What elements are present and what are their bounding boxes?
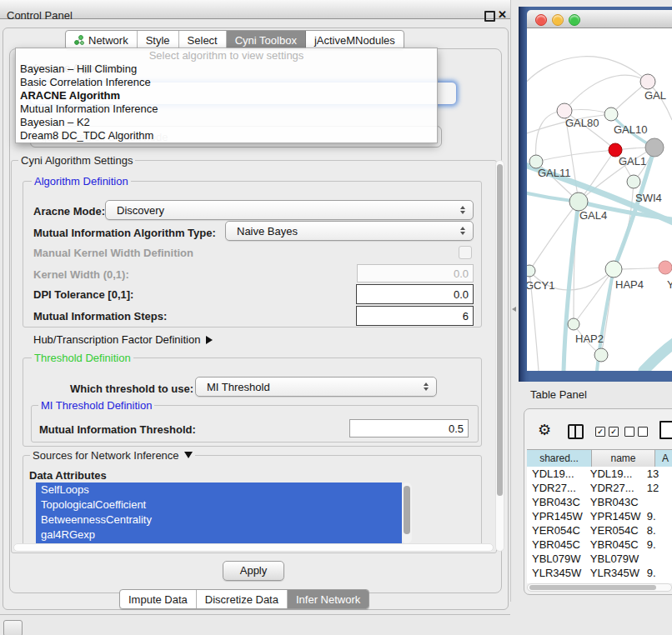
table-header: shared... name A	[527, 449, 672, 468]
dropdown-item[interactable]: Basic Correlation Inference	[16, 76, 437, 89]
table-row[interactable]: YBL079WYBL079W	[527, 552, 672, 566]
table-row[interactable]: YDR27...YDR27...12	[527, 481, 672, 495]
dropdown-item[interactable]: Bayesian – Hill Climbing	[16, 62, 437, 76]
float-window-icon[interactable]	[484, 11, 495, 22]
svg-text:GAL10: GAL10	[614, 123, 647, 136]
table-row[interactable]: YDL19...YDL19...13	[527, 467, 672, 481]
svg-text:GAL80: GAL80	[565, 117, 599, 129]
node-hap2[interactable]	[568, 318, 579, 330]
collapse-down-icon	[184, 452, 193, 458]
attribute-item[interactable]: TopologicalCoefficient	[36, 498, 402, 512]
attribute-item[interactable]: gal4RGexp	[36, 528, 402, 542]
table-row[interactable]: YER054CYER054C8.	[527, 523, 672, 538]
column-header-shared-name[interactable]: shared...	[527, 450, 592, 467]
stepper-arrows-icon	[424, 382, 429, 391]
node-swi4[interactable]	[627, 175, 640, 188]
aracne-mode-combo[interactable]: Discovery	[105, 200, 474, 220]
mac-minimize-button[interactable]	[552, 14, 564, 26]
data-attributes-label: Data Attributes	[29, 469, 107, 482]
column-header-name[interactable]: name	[592, 450, 655, 467]
mi-threshold-label: Mutual Information Threshold:	[39, 423, 196, 436]
cyni-mode-tabs: Impute Data Discretize Data Infer Networ…	[119, 589, 369, 609]
splitter-handle[interactable]	[512, 307, 516, 312]
table-row[interactable]: YLR345WYLR345W9.	[527, 566, 672, 580]
dropdown-item[interactable]: Bayesian – K2	[16, 116, 437, 129]
network-view-window: GAL GAL80 GAL10 GAL1 GAL11 SWI4 GAL4 GCY…	[519, 7, 672, 382]
svg-text:HAP2: HAP2	[575, 332, 604, 345]
deselect-all-icon[interactable]	[624, 427, 648, 437]
table-row[interactable]: YBR045CYBR045C9.	[527, 538, 672, 552]
table-body: YDL19...YDL19...13 YDR27...YDR27...12 YB…	[527, 467, 672, 583]
algorithm-dropdown-popup: Select algorithm to view settings Bayesi…	[15, 48, 438, 143]
svg-text:SWI4: SWI4	[635, 192, 662, 204]
table-row[interactable]: YPR145WYPR145W9.	[527, 509, 672, 523]
aracne-mode-label: Aracne Mode:	[33, 205, 105, 218]
apply-button[interactable]: Apply	[223, 561, 284, 581]
node-gal-top[interactable]	[640, 74, 655, 89]
node-gray[interactable]	[645, 138, 664, 157]
manual-kernel-width-label: Manual Kernel Width Definition	[33, 247, 193, 259]
svg-text:HAP4: HAP4	[615, 278, 644, 291]
close-icon[interactable]: ✕	[498, 8, 507, 21]
corner-mini-button[interactable]	[3, 620, 23, 635]
svg-text:GCY1: GCY1	[527, 279, 554, 292]
tab-network[interactable]: Network	[66, 31, 138, 49]
bottom-divider	[0, 614, 510, 615]
gear-icon[interactable]: ⚙	[538, 421, 551, 439]
network-window-titlebar[interactable]	[527, 10, 672, 28]
kernel-width-field[interactable]: 0.0	[357, 264, 474, 282]
panel-title: Control Panel	[7, 9, 73, 22]
tab-jactivemnodules[interactable]: jActiveMNodules	[306, 31, 404, 49]
attribute-item[interactable]: SelfLoops	[36, 482, 402, 498]
attribute-item[interactable]: BetweennessCentrality	[36, 512, 402, 528]
tab-discretize-data[interactable]: Discretize Data	[197, 590, 288, 608]
node-hap4[interactable]	[605, 261, 622, 278]
node-bottom[interactable]	[594, 348, 608, 362]
attributes-scrollbar[interactable]	[402, 482, 412, 543]
node-gcy1[interactable]	[527, 265, 535, 277]
tab-infer-network[interactable]: Infer Network	[288, 590, 369, 608]
mi-algorithm-type-combo[interactable]: Naive Bayes	[225, 221, 474, 241]
network-tab-icon	[74, 35, 84, 45]
svg-text:GAL: GAL	[644, 89, 666, 102]
tab-cyni-toolbox[interactable]: Cyni Toolbox	[227, 31, 306, 49]
settings-vertical-scrollbar[interactable]	[495, 160, 504, 552]
mi-steps-label: Mutual Information Steps:	[33, 310, 167, 322]
screen: Control Panel ✕ Network Style Select Cyn…	[0, 0, 672, 635]
dropdown-item[interactable]: Dream8 DC_TDC Algorithm	[16, 129, 437, 142]
mac-zoom-button[interactable]	[569, 14, 580, 26]
node-gal10[interactable]	[604, 108, 618, 121]
settings-horizontal-scrollbar[interactable]	[13, 543, 494, 552]
control-panel-titlebar[interactable]	[0, 0, 510, 19]
dropdown-item-aracne[interactable]: ARACNE Algorithm	[16, 89, 437, 102]
document-icon[interactable]	[659, 421, 672, 439]
dropdown-item[interactable]: Mutual Information Inference	[16, 102, 437, 116]
svg-text:GAL4: GAL4	[579, 209, 607, 222]
mi-steps-field[interactable]: 6	[356, 306, 474, 326]
which-threshold-label: Which threshold to use:	[70, 382, 193, 395]
node-salmon[interactable]	[659, 261, 672, 274]
tab-impute-data[interactable]: Impute Data	[120, 590, 197, 608]
data-attributes-list: SelfLoops TopologicalCoefficient Between…	[36, 482, 402, 543]
sources-group-title[interactable]: Sources for Network Inference	[30, 449, 195, 462]
tab-style[interactable]: Style	[138, 31, 179, 49]
mac-close-button[interactable]	[535, 14, 547, 26]
mi-threshold-field[interactable]: 0.5	[349, 419, 469, 438]
table-horizontal-scrollbar[interactable]	[527, 583, 672, 592]
table-row[interactable]: YBR043CYBR043C	[527, 495, 672, 509]
svg-text:GAL1: GAL1	[619, 155, 646, 168]
network-canvas[interactable]: GAL GAL80 GAL10 GAL1 GAL11 SWI4 GAL4 GCY…	[527, 28, 672, 371]
stepper-arrows-icon	[460, 227, 465, 235]
manual-kernel-width-checkbox[interactable]	[459, 246, 472, 259]
hub-definition-toggle[interactable]: Hub/Transcription Factor Definition	[33, 333, 213, 346]
select-all-icon[interactable]: ✓✓	[595, 427, 619, 437]
columns-icon[interactable]	[568, 424, 584, 439]
dpi-tolerance-field[interactable]: 0.0	[356, 284, 474, 304]
dpi-tolerance-label: DPI Tolerance [0,1]:	[33, 288, 133, 301]
svg-text:Y: Y	[667, 278, 672, 291]
which-threshold-combo[interactable]: MI Threshold	[195, 377, 437, 397]
tab-select[interactable]: Select	[179, 31, 227, 49]
settings-group-title: Cyni Algorithm Settings	[18, 154, 135, 167]
column-header-clipped[interactable]: A	[655, 450, 672, 467]
node-gal4[interactable]	[569, 192, 588, 211]
